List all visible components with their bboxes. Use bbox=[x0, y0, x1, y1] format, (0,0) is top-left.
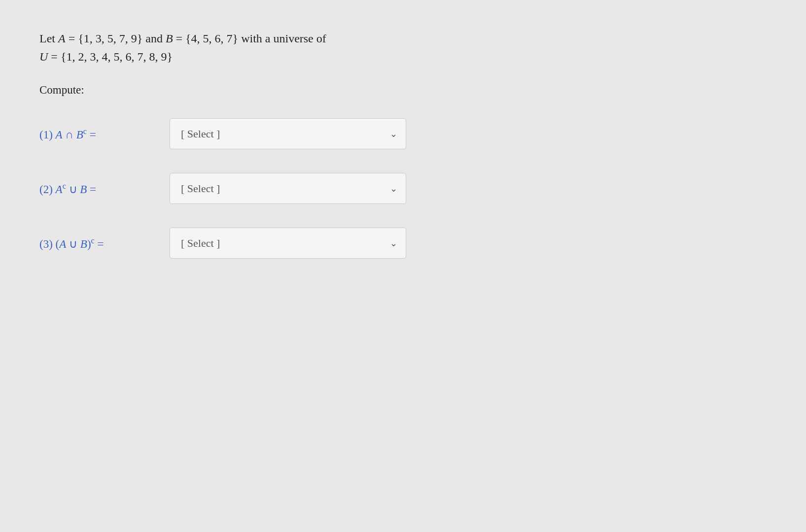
problem-statement: Let A = {1, 3, 5, 7, 9} and B = {4, 5, 6… bbox=[39, 30, 483, 66]
q2-set-a: A bbox=[56, 183, 63, 195]
q3-select[interactable]: [ Select ] {1, 3, 9} {1, 3, 5, 7, 9} {4,… bbox=[170, 228, 406, 259]
question-row-3: (3) (A ∪ B)c = [ Select ] {1, 3, 9} {1, … bbox=[39, 228, 483, 259]
question-label-2: (2) Ac ∪ B = bbox=[39, 182, 163, 196]
problem-line1: Let A = {1, 3, 5, 7, 9} and B = {4, 5, 6… bbox=[39, 30, 483, 48]
q1-expression: A bbox=[56, 128, 63, 140]
q1-number: (1) bbox=[39, 128, 56, 140]
question-row-2: (2) Ac ∪ B = [ Select ] {1, 3, 9} {1, 3,… bbox=[39, 173, 483, 204]
question-label-3: (3) (A ∪ B)c = bbox=[39, 236, 163, 251]
q3-number: (3) bbox=[39, 237, 56, 250]
q2-equals: = bbox=[90, 183, 96, 195]
q1-select-wrapper: [ Select ] {1, 3, 9} {1, 3, 5, 7, 9} {4,… bbox=[170, 118, 406, 149]
main-content: Let A = {1, 3, 5, 7, 9} and B = {4, 5, 6… bbox=[39, 30, 483, 282]
q3-equals: = bbox=[97, 237, 104, 250]
q1-select[interactable]: [ Select ] {1, 3, 9} {1, 3, 5, 7, 9} {4,… bbox=[170, 118, 406, 149]
problem-line2: U = {1, 2, 3, 4, 5, 6, 7, 8, 9} bbox=[39, 48, 483, 66]
q2-superscript: c bbox=[63, 182, 66, 190]
q2-select-wrapper: [ Select ] {1, 3, 9} {1, 3, 5, 7, 9} {4,… bbox=[170, 173, 406, 204]
question-label-1: (1) A ∩ Bc = bbox=[39, 127, 163, 141]
question-row-1: (1) A ∩ Bc = [ Select ] {1, 3, 9} {1, 3,… bbox=[39, 118, 483, 149]
q3-superscript: c bbox=[91, 236, 95, 245]
compute-label: Compute: bbox=[39, 84, 483, 97]
q3-set-b: B bbox=[80, 237, 87, 250]
q2-select[interactable]: [ Select ] {1, 3, 9} {1, 3, 5, 7, 9} {4,… bbox=[170, 173, 406, 204]
q1-superscript: c bbox=[83, 127, 87, 135]
q2-set-b: B bbox=[80, 183, 87, 195]
q3-set-a: A bbox=[59, 237, 66, 250]
q1-equals: = bbox=[90, 128, 96, 140]
q3-select-wrapper: [ Select ] {1, 3, 9} {1, 3, 5, 7, 9} {4,… bbox=[170, 228, 406, 259]
q1-set-b: B bbox=[76, 128, 83, 140]
q2-number: (2) bbox=[39, 183, 56, 195]
